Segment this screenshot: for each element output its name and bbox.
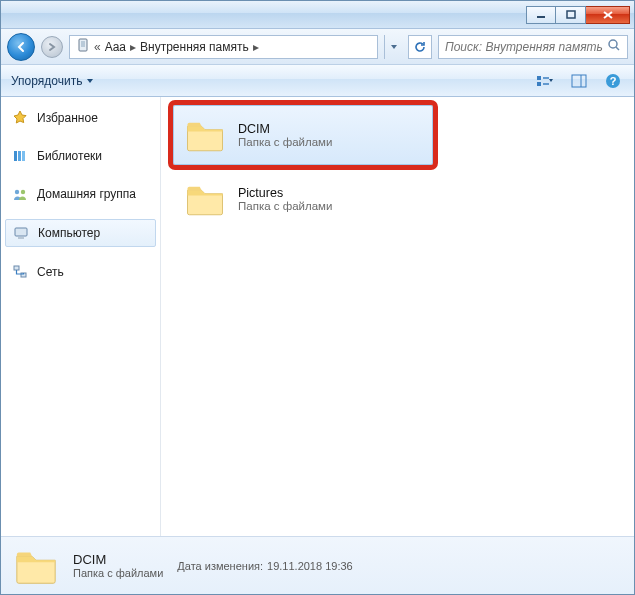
sidebar-item-homegroup[interactable]: Домашняя группа (5, 181, 156, 207)
refresh-button[interactable] (408, 35, 432, 59)
breadcrumb-part[interactable]: Aaa (105, 40, 126, 54)
folder-icon (13, 543, 59, 589)
folder-name: DCIM (238, 122, 332, 136)
search-box[interactable] (438, 35, 628, 59)
svg-point-20 (21, 190, 25, 194)
svg-rect-17 (18, 151, 21, 161)
svg-rect-5 (81, 41, 85, 47)
minimize-button[interactable] (526, 6, 556, 24)
nav-bar: « Aaa ▸ Внутренняя память ▸ (1, 29, 634, 65)
homegroup-icon (11, 185, 29, 203)
folder-desc: Папка с файлами (238, 200, 332, 212)
svg-text:?: ? (610, 75, 617, 87)
body-area: Избранное Библиотеки Домашняя группа Ком… (1, 97, 634, 536)
view-options-button[interactable] (534, 70, 556, 92)
address-history-dropdown[interactable] (384, 35, 402, 59)
folder-item-dcim[interactable]: DCIM Папка с файлами (173, 105, 433, 165)
organize-label: Упорядочить (11, 74, 82, 88)
chevron-right-icon: ▸ (253, 40, 259, 54)
maximize-button[interactable] (556, 6, 586, 24)
device-icon (76, 38, 90, 55)
organize-menu[interactable]: Упорядочить (11, 74, 94, 88)
folder-name: Pictures (238, 186, 332, 200)
folder-icon (184, 114, 226, 156)
computer-icon (12, 224, 30, 242)
svg-point-6 (609, 40, 617, 48)
sidebar-item-label: Избранное (37, 111, 98, 125)
libraries-icon (11, 147, 29, 165)
chevron-right-icon: ▸ (130, 40, 136, 54)
details-meta-value: 19.11.2018 19:36 (267, 560, 353, 572)
svg-rect-18 (22, 151, 25, 161)
folder-desc: Папка с файлами (238, 136, 332, 148)
folder-item-pictures[interactable]: Pictures Папка с файлами (173, 169, 433, 229)
explorer-window: « Aaa ▸ Внутренняя память ▸ Упорядочить (0, 0, 635, 595)
sidebar-item-label: Домашняя группа (37, 187, 136, 201)
titlebar (1, 1, 634, 29)
back-button[interactable] (7, 33, 35, 61)
details-pane: DCIM Папка с файлами Дата изменения: 19.… (1, 536, 634, 594)
details-meta-label: Дата изменения: (177, 560, 263, 572)
svg-point-19 (15, 190, 19, 194)
navigation-pane: Избранное Библиотеки Домашняя группа Ком… (1, 97, 161, 536)
svg-rect-8 (537, 76, 541, 80)
command-bar: Упорядочить ? (1, 65, 634, 97)
sidebar-item-label: Библиотеки (37, 149, 102, 163)
close-button[interactable] (586, 6, 630, 24)
help-button[interactable]: ? (602, 70, 624, 92)
search-input[interactable] (445, 40, 603, 54)
star-icon (11, 109, 29, 127)
svg-rect-23 (14, 266, 19, 270)
network-icon (11, 263, 29, 281)
preview-pane-button[interactable] (568, 70, 590, 92)
svg-rect-21 (15, 228, 27, 236)
address-bar[interactable]: « Aaa ▸ Внутренняя память ▸ (69, 35, 378, 59)
folder-text: Pictures Папка с файлами (238, 186, 332, 212)
folder-text: DCIM Папка с файлами (238, 122, 332, 148)
svg-rect-9 (537, 82, 541, 86)
details-name: DCIM (73, 552, 163, 567)
sidebar-item-favorites[interactable]: Избранное (5, 105, 156, 131)
sidebar-item-libraries[interactable]: Библиотеки (5, 143, 156, 169)
folder-icon (184, 178, 226, 220)
forward-button[interactable] (41, 36, 63, 58)
file-list[interactable]: DCIM Папка с файлами Pictures Папка с фа… (161, 97, 634, 536)
details-desc: Папка с файлами (73, 567, 163, 579)
sidebar-item-network[interactable]: Сеть (5, 259, 156, 285)
sidebar-item-computer[interactable]: Компьютер (5, 219, 156, 247)
svg-rect-22 (18, 237, 24, 239)
svg-line-7 (616, 47, 619, 50)
svg-rect-12 (572, 75, 586, 87)
sidebar-item-label: Сеть (37, 265, 64, 279)
svg-rect-1 (567, 11, 575, 18)
search-icon (607, 38, 621, 55)
breadcrumb-prefix: « (94, 40, 101, 54)
sidebar-item-label: Компьютер (38, 226, 100, 240)
svg-rect-16 (14, 151, 17, 161)
breadcrumb-part[interactable]: Внутренняя память (140, 40, 249, 54)
chevron-down-icon (86, 74, 94, 88)
